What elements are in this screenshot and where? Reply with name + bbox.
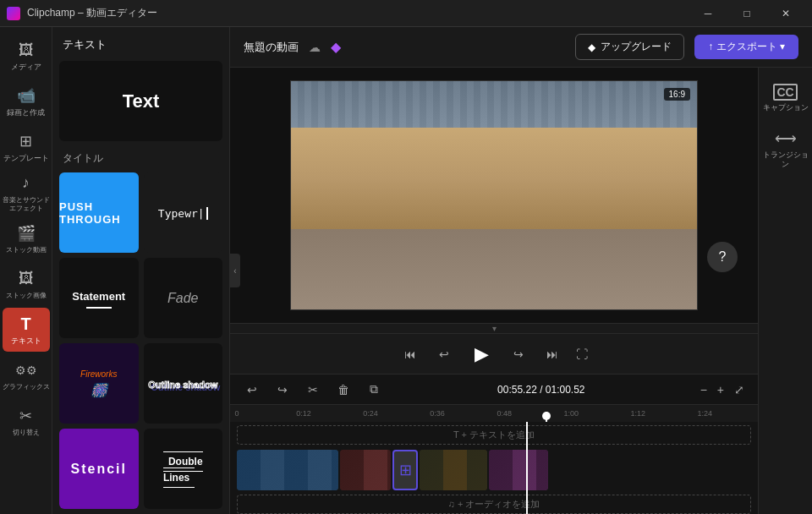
clip-3-content: ⊞ (394, 451, 416, 489)
stock-image-icon: 🖼 (16, 269, 36, 289)
transitions-icon: ✂ (16, 406, 36, 426)
forward-button[interactable]: ↪ (508, 344, 529, 364)
statement-card[interactable]: Statement (59, 258, 139, 338)
timeline-area: ↩ ↪ ✂ 🗑 ⧉ 00:55.22 / 01:00.52 − + ⤢ (230, 374, 758, 514)
rewind-button[interactable]: ↩ (434, 344, 454, 364)
sidebar-transitions-label: 切り替え (13, 429, 40, 437)
top-toolbar: 無題の動画 ☁ ◆ ◆ アップグレード ↑ エクスポート ▾ (230, 27, 812, 68)
fireworks-icon: 🎆 (91, 382, 107, 398)
copy-button[interactable]: ⧉ (362, 378, 386, 402)
play-button[interactable]: ▶ (468, 341, 495, 368)
track-clip-3[interactable]: ⊞ (392, 450, 418, 490)
track-clip-4[interactable] (420, 450, 487, 490)
graphics-icon: ⚙⚙ (16, 360, 36, 380)
playback-controls: ⏮ ↩ ▶ ↪ ⏭ ⛶ (230, 333, 758, 374)
help-button[interactable]: ? (707, 242, 738, 272)
titlebar-title: Clipchamp – 動画エディター (27, 6, 689, 20)
redo-button[interactable]: ↪ (271, 378, 294, 402)
cut-button[interactable]: ✂ (301, 378, 325, 402)
captions-icon: CC (773, 84, 797, 101)
fade-label: Fade (167, 291, 198, 305)
video-fence (291, 81, 697, 128)
clip-5-thumbnail (489, 450, 548, 490)
close-button[interactable]: ✕ (766, 0, 805, 27)
sidebar-item-record[interactable]: 📹 録画と作成 (3, 79, 50, 123)
typewriter-label: Typewr| (158, 207, 208, 220)
playhead-marker (542, 412, 551, 420)
project-name[interactable]: 無題の動画 (244, 40, 299, 55)
fullscreen-button[interactable]: ⛶ (576, 347, 588, 361)
ruler-mark-0: 0 (234, 409, 239, 418)
zoom-out-button[interactable]: − (697, 380, 710, 400)
add-text-label: T + テキストを追加 (453, 429, 535, 441)
basic-text-label: Text (123, 90, 160, 112)
skip-to-start-button[interactable]: ⏮ (400, 344, 420, 364)
basic-text-grid: Text (59, 61, 222, 141)
ruler-mark-36: 0:36 (430, 409, 445, 418)
sidebar-item-transitions[interactable]: ✂ 切り替え (3, 399, 50, 443)
fade-card[interactable]: Fade (144, 258, 223, 338)
ruler-mark-60: 1:00 (563, 409, 579, 418)
outline-shadow-label: Outline shadow (148, 380, 217, 390)
clip-3-icon: ⊞ (399, 461, 412, 479)
skip-to-end-button[interactable]: ⏭ (542, 344, 562, 364)
ruler-mark-24: 0:24 (363, 409, 378, 418)
sidebar-item-transitions-right[interactable]: ⟷ トランジション (762, 125, 809, 172)
delete-button[interactable]: 🗑 (332, 378, 355, 402)
sidebar-item-media[interactable]: 🖼 メディア (3, 34, 50, 78)
statement-label: Statement (72, 290, 125, 309)
sidebar-item-text[interactable]: T テキスト (3, 308, 50, 352)
sidebar-graphics-label: グラフィックス (3, 383, 50, 391)
track-clip-2[interactable] (340, 450, 391, 490)
track-clip-5[interactable] (489, 450, 548, 490)
text-icon: T (16, 314, 36, 334)
sidebar-stock-video-label: ストック動画 (6, 246, 47, 254)
zoom-in-button[interactable]: + (714, 380, 727, 400)
sidebar-item-template[interactable]: ⊞ テンプレート (3, 125, 50, 169)
record-icon: 📹 (16, 85, 36, 106)
double-lines-card[interactable]: DoubleLines (144, 429, 223, 509)
video-ground (291, 229, 697, 309)
video-track: ⊞ (237, 448, 751, 491)
titlebar: Clipchamp – 動画エディター ─ □ ✕ (0, 0, 812, 27)
timeline-time-display: 00:55.22 / 01:00.52 (392, 384, 690, 396)
track-clip-1[interactable] (237, 450, 338, 490)
basic-text-card[interactable]: Text (59, 61, 222, 141)
sidebar-item-captions[interactable]: CC キャプション (762, 74, 809, 122)
video-preview: 16:9 ? (230, 68, 758, 323)
expand-icon: ▾ (492, 324, 497, 333)
export-button[interactable]: ↑ エクスポート ▾ (694, 35, 798, 59)
titlebar-controls: ─ □ ✕ (689, 0, 805, 27)
cloud-icon: ☁ (309, 41, 321, 54)
upgrade-button[interactable]: ◆ アップグレード (575, 34, 684, 60)
fireworks-card[interactable]: Fireworks 🎆 (59, 343, 139, 424)
music-icon: ♪ (16, 173, 36, 194)
maximize-button[interactable]: □ (727, 0, 766, 27)
sidebar-item-music[interactable]: ♪ 音楽とサウンドエフェクト (3, 171, 50, 215)
stencil-label: Stencil (71, 462, 127, 476)
video-frame[interactable]: 16:9 (291, 81, 697, 309)
double-lines-label: DoubleLines (163, 451, 203, 488)
stencil-card[interactable]: Stencil (59, 429, 139, 509)
push-through-card[interactable]: PUSH THROUGH (59, 172, 139, 253)
add-text-track[interactable]: T + テキストを追加 (237, 425, 751, 445)
sidebar-item-graphics[interactable]: ⚙⚙ グラフィックス (3, 353, 50, 397)
clip-4-thumbnail (420, 450, 487, 490)
add-audio-track[interactable]: ♫ + オーディオを追加 (237, 495, 751, 514)
typewriter-card[interactable]: Typewr| (144, 172, 223, 253)
title-section-heading: タイトル (59, 151, 222, 166)
transitions-label: トランジション (762, 150, 809, 169)
ruler-playhead (546, 412, 547, 422)
icon-sidebar: 🖼 メディア 📹 録画と作成 ⊞ テンプレート ♪ 音楽とサウンドエフェクト 🎬… (0, 27, 52, 514)
title-cards-grid: PUSH THROUGH Typewr| Statement (59, 172, 222, 509)
minimize-button[interactable]: ─ (689, 0, 727, 27)
panel-collapse-button[interactable]: ‹ (230, 254, 240, 287)
undo-button[interactable]: ↩ (240, 378, 264, 402)
video-wall (291, 128, 697, 229)
preview-expand[interactable]: ▾ (230, 323, 758, 333)
sidebar-media-label: メディア (11, 63, 41, 72)
sidebar-item-stock-image[interactable]: 🖼 ストック画像 (3, 262, 50, 306)
outline-shadow-card[interactable]: Outline shadow (144, 343, 223, 424)
sidebar-item-stock-video[interactable]: 🎬 ストック動画 (3, 216, 50, 260)
zoom-fit-button[interactable]: ⤢ (731, 380, 748, 400)
